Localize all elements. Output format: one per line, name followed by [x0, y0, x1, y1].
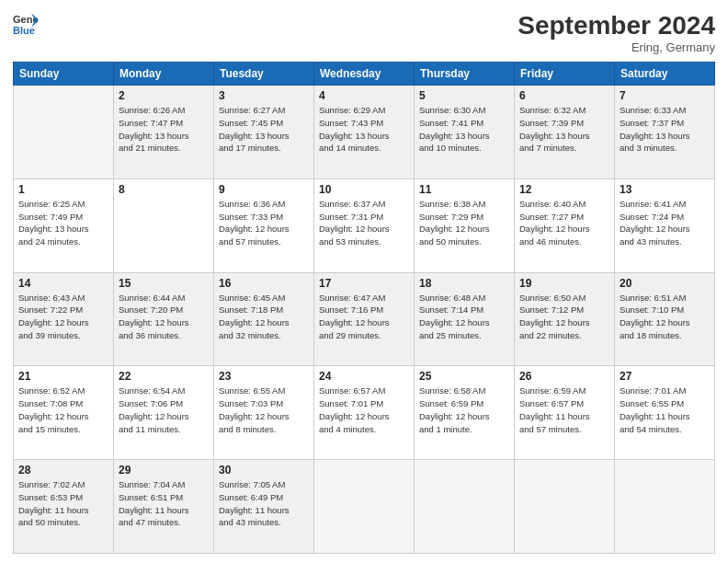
day-number: 26 [519, 370, 609, 383]
day-number: 20 [620, 277, 710, 290]
day-number: 29 [119, 464, 209, 477]
table-row: 29Sunrise: 7:04 AMSunset: 6:51 PMDayligh… [114, 460, 214, 554]
table-row [14, 86, 114, 179]
table-row: 19Sunrise: 6:50 AMSunset: 7:12 PMDayligh… [515, 272, 615, 366]
day-info: Sunrise: 6:27 AMSunset: 7:45 PMDaylight:… [219, 104, 309, 155]
day-number: 6 [519, 89, 609, 102]
day-info: Sunrise: 6:38 AMSunset: 7:29 PMDaylight:… [419, 198, 509, 248]
day-info: Sunrise: 6:44 AMSunset: 7:20 PMDaylight:… [119, 292, 209, 342]
table-row: 1Sunrise: 6:25 AMSunset: 7:49 PMDaylight… [14, 178, 114, 272]
table-row: 8 [114, 178, 214, 272]
calendar-header-row: Sunday Monday Tuesday Wednesday Thursday… [14, 63, 715, 86]
day-info: Sunrise: 7:05 AMSunset: 6:49 PMDaylight:… [219, 478, 309, 529]
table-row: 2Sunrise: 6:26 AMSunset: 7:47 PMDaylight… [114, 86, 214, 179]
month-title: September 2024 [518, 11, 715, 40]
day-info: Sunrise: 6:59 AMSunset: 6:57 PMDaylight:… [519, 385, 609, 435]
table-row: 3Sunrise: 6:27 AMSunset: 7:45 PMDaylight… [214, 86, 314, 179]
day-number: 23 [219, 370, 309, 383]
table-row [615, 460, 715, 554]
table-row: 12Sunrise: 6:40 AMSunset: 7:27 PMDayligh… [515, 178, 615, 272]
table-row: 4Sunrise: 6:29 AMSunset: 7:43 PMDaylight… [314, 86, 415, 179]
day-info: Sunrise: 6:51 AMSunset: 7:10 PMDaylight:… [620, 292, 710, 342]
day-info: Sunrise: 7:02 AMSunset: 6:53 PMDaylight:… [18, 478, 108, 529]
day-info: Sunrise: 6:25 AMSunset: 7:49 PMDaylight:… [18, 198, 108, 248]
table-row [314, 460, 415, 554]
location: Ering, Germany [518, 40, 715, 54]
calendar-week-row: 14Sunrise: 6:43 AMSunset: 7:22 PMDayligh… [14, 272, 715, 366]
day-number: 24 [319, 370, 409, 383]
table-row: 24Sunrise: 6:57 AMSunset: 7:01 PMDayligh… [314, 366, 415, 460]
day-number: 10 [319, 183, 409, 196]
col-saturday: Saturday [615, 63, 715, 86]
page: General Blue September 2024 Ering, Germa… [0, 0, 728, 563]
day-info: Sunrise: 6:50 AMSunset: 7:12 PMDaylight:… [519, 292, 609, 342]
day-info: Sunrise: 6:40 AMSunset: 7:27 PMDaylight:… [519, 198, 609, 248]
day-info: Sunrise: 7:01 AMSunset: 6:55 PMDaylight:… [620, 385, 710, 435]
day-info: Sunrise: 6:41 AMSunset: 7:24 PMDaylight:… [620, 198, 710, 248]
title-block: September 2024 Ering, Germany [518, 11, 715, 54]
day-number: 25 [419, 370, 509, 383]
col-sunday: Sunday [14, 63, 114, 86]
col-thursday: Thursday [415, 63, 515, 86]
table-row: 13Sunrise: 6:41 AMSunset: 7:24 PMDayligh… [615, 178, 715, 272]
day-number: 8 [119, 183, 209, 196]
day-number: 12 [519, 183, 609, 196]
day-number: 15 [119, 277, 209, 290]
day-number: 27 [620, 370, 710, 383]
day-number: 4 [319, 89, 409, 102]
col-friday: Friday [515, 63, 615, 86]
table-row [415, 460, 515, 554]
day-info: Sunrise: 6:55 AMSunset: 7:03 PMDaylight:… [219, 385, 309, 435]
table-row: 5Sunrise: 6:30 AMSunset: 7:41 PMDaylight… [415, 86, 515, 179]
day-number: 21 [18, 370, 108, 383]
header: General Blue September 2024 Ering, Germa… [13, 11, 715, 54]
table-row: 26Sunrise: 6:59 AMSunset: 6:57 PMDayligh… [515, 366, 615, 460]
col-monday: Monday [114, 63, 214, 86]
day-number: 19 [519, 277, 609, 290]
day-number: 7 [620, 89, 710, 102]
day-info: Sunrise: 6:54 AMSunset: 7:06 PMDaylight:… [119, 385, 209, 435]
day-number: 3 [219, 89, 309, 102]
table-row: 22Sunrise: 6:54 AMSunset: 7:06 PMDayligh… [114, 366, 214, 460]
day-info: Sunrise: 6:48 AMSunset: 7:14 PMDaylight:… [419, 292, 509, 342]
table-row: 9Sunrise: 6:36 AMSunset: 7:33 PMDaylight… [214, 178, 314, 272]
calendar-week-row: 21Sunrise: 6:52 AMSunset: 7:08 PMDayligh… [14, 366, 715, 460]
day-number: 28 [18, 464, 108, 477]
day-number: 18 [419, 277, 509, 290]
day-info: Sunrise: 6:30 AMSunset: 7:41 PMDaylight:… [419, 104, 509, 155]
table-row: 15Sunrise: 6:44 AMSunset: 7:20 PMDayligh… [114, 272, 214, 366]
day-info: Sunrise: 6:33 AMSunset: 7:37 PMDaylight:… [620, 104, 710, 155]
table-row: 21Sunrise: 6:52 AMSunset: 7:08 PMDayligh… [14, 366, 114, 460]
table-row: 6Sunrise: 6:32 AMSunset: 7:39 PMDaylight… [515, 86, 615, 179]
table-row [515, 460, 615, 554]
table-row: 20Sunrise: 6:51 AMSunset: 7:10 PMDayligh… [615, 272, 715, 366]
day-info: Sunrise: 6:47 AMSunset: 7:16 PMDaylight:… [319, 292, 409, 342]
col-wednesday: Wednesday [314, 63, 415, 86]
table-row: 28Sunrise: 7:02 AMSunset: 6:53 PMDayligh… [14, 460, 114, 554]
table-row: 25Sunrise: 6:58 AMSunset: 6:59 PMDayligh… [415, 366, 515, 460]
logo: General Blue [13, 11, 39, 37]
day-number: 22 [119, 370, 209, 383]
table-row: 14Sunrise: 6:43 AMSunset: 7:22 PMDayligh… [14, 272, 114, 366]
day-info: Sunrise: 6:52 AMSunset: 7:08 PMDaylight:… [18, 385, 108, 435]
day-number: 2 [119, 89, 209, 102]
day-number: 13 [620, 183, 710, 196]
calendar-week-row: 28Sunrise: 7:02 AMSunset: 6:53 PMDayligh… [14, 460, 715, 554]
day-number: 14 [18, 277, 108, 290]
calendar-table: Sunday Monday Tuesday Wednesday Thursday… [13, 62, 715, 554]
table-row: 16Sunrise: 6:45 AMSunset: 7:18 PMDayligh… [214, 272, 314, 366]
day-number: 17 [319, 277, 409, 290]
svg-text:Blue: Blue [13, 25, 35, 36]
day-info: Sunrise: 6:37 AMSunset: 7:31 PMDaylight:… [319, 198, 409, 248]
table-row: 18Sunrise: 6:48 AMSunset: 7:14 PMDayligh… [415, 272, 515, 366]
day-info: Sunrise: 6:36 AMSunset: 7:33 PMDaylight:… [219, 198, 309, 248]
day-info: Sunrise: 6:29 AMSunset: 7:43 PMDaylight:… [319, 104, 409, 155]
day-number: 5 [419, 89, 509, 102]
day-info: Sunrise: 7:04 AMSunset: 6:51 PMDaylight:… [119, 478, 209, 529]
day-info: Sunrise: 6:58 AMSunset: 6:59 PMDaylight:… [419, 385, 509, 435]
table-row: 7Sunrise: 6:33 AMSunset: 7:37 PMDaylight… [615, 86, 715, 179]
table-row: 23Sunrise: 6:55 AMSunset: 7:03 PMDayligh… [214, 366, 314, 460]
col-tuesday: Tuesday [214, 63, 314, 86]
table-row: 27Sunrise: 7:01 AMSunset: 6:55 PMDayligh… [615, 366, 715, 460]
calendar-week-row: 1Sunrise: 6:25 AMSunset: 7:49 PMDaylight… [14, 178, 715, 272]
